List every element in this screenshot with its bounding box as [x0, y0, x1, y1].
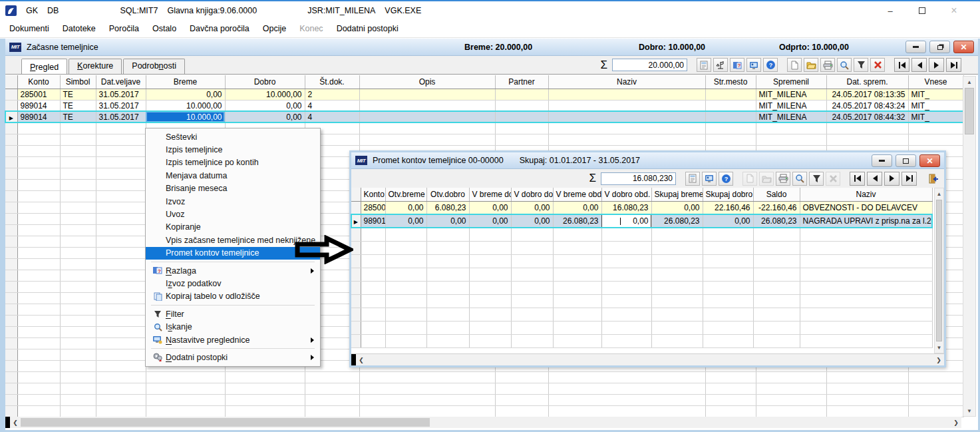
horizontal-scrollbar[interactable]: ❮ ❯ [351, 353, 944, 365]
col-v-breme-obd[interactable]: V breme obd. [553, 188, 601, 201]
window-restore-button[interactable] [929, 41, 950, 53]
horizontal-scrollbar[interactable]: ❮ ❯ [5, 417, 961, 428]
tab-pregled[interactable]: Pregled [21, 59, 67, 74]
ctx-razlaga[interactable]: ? Razlaga [146, 264, 320, 277]
col-simbol[interactable]: Simbol [60, 75, 96, 89]
col-konto[interactable]: Konto [17, 75, 60, 89]
ctx-promet-kontov[interactable]: Promet kontov temeljnice [146, 247, 320, 260]
col-opis[interactable]: Opis [359, 75, 495, 89]
ctx-nastavitve-preglednice[interactable]: Nastavitve preglednice [146, 333, 320, 346]
print-icon[interactable] [776, 172, 790, 186]
nav-first-icon[interactable] [850, 172, 865, 186]
scrollbar-thumb[interactable] [965, 88, 974, 134]
nav-prev-icon[interactable] [867, 172, 882, 186]
search-icon[interactable] [837, 58, 852, 72]
window-maximize-button[interactable] [896, 154, 916, 167]
sum-value-input[interactable] [601, 172, 676, 185]
report-icon[interactable] [685, 172, 700, 186]
col-naziv[interactable]: Naziv [548, 75, 705, 89]
menu-ostalo[interactable]: Ostalo [146, 21, 183, 36]
vertical-scrollbar[interactable]: ▲ ▼ [934, 188, 944, 353]
print-icon[interactable] [820, 58, 835, 72]
scroll-down-icon[interactable]: ▼ [963, 405, 975, 416]
app-close-button[interactable]: × [945, 5, 963, 17]
col-breme[interactable]: Breme [146, 75, 225, 89]
ctx-izvoz-podatkov[interactable]: Izvoz podatkov [146, 277, 320, 290]
scrollbar-thumb[interactable] [936, 200, 942, 341]
window-minimize-button[interactable] [905, 41, 926, 53]
balance-icon[interactable] [713, 58, 728, 72]
exit-door-icon[interactable] [926, 172, 941, 186]
ctx-vpis-zacasne[interactable]: Vpis začasne temeljnice med neknjižene [146, 234, 320, 246]
scroll-up-icon[interactable]: ▲ [963, 77, 975, 87]
col-v-breme-do[interactable]: V breme do [469, 188, 511, 201]
edit-cell[interactable]: 0,00 [601, 214, 651, 228]
search-icon[interactable] [792, 172, 807, 186]
menu-konec[interactable]: Konec [293, 21, 329, 36]
menu-datoteke[interactable]: Datoteke [56, 21, 102, 36]
scroll-right-icon[interactable]: ❯ [933, 354, 944, 365]
help-icon[interactable]: ? [719, 172, 733, 186]
scroll-right-icon[interactable]: ❯ [951, 417, 961, 428]
nav-next-icon[interactable] [884, 172, 899, 186]
table-row[interactable]: 285001 TE 31.05.2017 0,00 10.000,00 2 MI… [5, 89, 963, 100]
col-dat-veljave[interactable]: Dat.veljave [96, 75, 146, 89]
help-icon[interactable]: ? [763, 58, 778, 72]
app-maximize-button[interactable] [913, 6, 931, 16]
col-otv-breme[interactable]: Otv.breme [385, 188, 426, 201]
filter-icon[interactable] [854, 58, 868, 72]
col-skupaj-breme[interactable]: Skupaj breme [651, 188, 703, 201]
ctx-izpis-temeljnice[interactable]: Izpis temeljnice [146, 143, 320, 156]
ctx-izpis-po-kontih[interactable]: Izpis temeljnice po kontih [146, 156, 320, 169]
nav-next-icon[interactable] [929, 58, 944, 72]
open-folder-icon[interactable] [804, 58, 818, 72]
table-row[interactable]: 285001 0,00 6.080,23 0,00 0,00 0,00 16.0… [351, 201, 932, 214]
vertical-scrollbar[interactable]: ▲ ▼ [963, 76, 976, 417]
ctx-sestevki[interactable]: Seštevki [146, 130, 320, 143]
nav-last-icon[interactable] [946, 58, 961, 72]
ctx-filter[interactable]: Filter [146, 308, 320, 320]
ctx-brisanje-meseca[interactable]: Brisanje meseca [146, 182, 320, 195]
col-konto[interactable]: Konto [361, 188, 385, 201]
col-vnesel[interactable]: Vnese [908, 75, 963, 89]
grid-splitter-handle[interactable] [5, 417, 10, 428]
ctx-uvoz[interactable]: Uvoz [146, 208, 320, 220]
ctx-kopiranje[interactable]: Kopiranje [146, 221, 320, 234]
promet-titlebar[interactable]: MIT Promet kontov temeljnice 00-00000 Sk… [351, 152, 944, 169]
sum-value-input[interactable] [612, 59, 687, 71]
col-v-dobro-obd[interactable]: V dobro obd. [601, 188, 651, 201]
tab-podrobnosti[interactable]: Podrobnosti [123, 59, 185, 74]
selected-table-row[interactable]: ▶ 989014 0,00 0,00 0,00 0,00 26.080,23 0… [351, 214, 932, 228]
window-close-button[interactable]: ✕ [953, 41, 974, 53]
col-skupaj-dobro[interactable]: Skupaj dobro [703, 188, 753, 201]
window-close-button[interactable]: ✕ [919, 154, 940, 167]
col-saldo[interactable]: Saldo [753, 188, 800, 201]
menu-davcna-porocila[interactable]: Davčna poročila [183, 21, 256, 36]
menu-opcije[interactable]: Opcije [256, 21, 293, 36]
table-row[interactable]: 989014 TE 31.05.2017 10.000,00 0,00 4 MI… [5, 100, 963, 111]
col-partner[interactable]: Partner [495, 75, 548, 89]
scrollbar-thumb[interactable] [21, 418, 430, 427]
tab-korekture[interactable]: Korekture [69, 59, 122, 74]
col-otv-dobro[interactable]: Otv.dobro [426, 188, 469, 201]
delete-icon[interactable] [870, 58, 885, 72]
help-book-icon[interactable]: ? [730, 58, 744, 72]
ctx-dodatni-postopki[interactable]: Dodatni postopki [146, 351, 320, 363]
filter-icon[interactable] [809, 172, 824, 186]
scroll-left-icon[interactable]: ❮ [10, 417, 21, 428]
scroll-left-icon[interactable]: ❮ [356, 354, 367, 365]
grid-splitter-handle[interactable] [351, 354, 356, 365]
ctx-iskanje[interactable]: Iskanje [146, 320, 320, 333]
ctx-kopiraj-tabelo[interactable]: Kopiraj tabelo v odložišče [146, 290, 320, 303]
new-document-icon[interactable] [787, 58, 802, 72]
scroll-up-icon[interactable]: ▲ [935, 188, 943, 199]
temeljnice-titlebar[interactable]: MIT Začasne temeljnice Breme: 20.000,00 … [5, 39, 978, 56]
col-v-dobro-do[interactable]: V dobro do [511, 188, 553, 201]
report-icon[interactable] [697, 58, 711, 72]
selected-table-row[interactable]: ▶ 989014 TE 31.05.2017 10.000,00 0,00 4 … [5, 111, 963, 122]
col-str-mesto[interactable]: Str.mesto [705, 75, 756, 89]
menu-dodatni-postopki[interactable]: Dodatni postopki [330, 21, 405, 36]
col-spremenil[interactable]: Spremenil [756, 75, 826, 89]
active-cell[interactable]: 10.000,00 [146, 111, 225, 122]
col-dobro[interactable]: Dobro [225, 75, 305, 89]
